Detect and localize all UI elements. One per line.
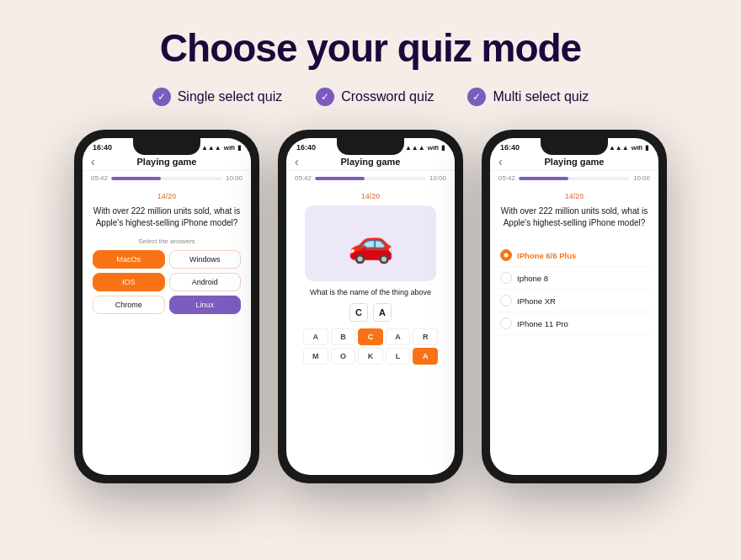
phone1-inner: 16:40 ▲▲▲ wifi ▮ ‹ Playing game 05:42 10… xyxy=(83,138,251,475)
radio-item-1[interactable]: Iphone 8 xyxy=(497,267,652,290)
phone3-status-icons: ▲▲▲ wifi ▮ xyxy=(609,144,648,152)
phone3-progress-area: 05:42 10:00 xyxy=(490,171,658,185)
phone3-notch xyxy=(541,138,608,155)
phone2-progress-left: 05:42 xyxy=(295,174,312,182)
letter-a2[interactable]: A xyxy=(386,328,411,345)
phone1-progress-area: 05:42 10:00 xyxy=(83,171,251,185)
phone1-progress-track xyxy=(111,177,222,180)
radio-item-0[interactable]: IPhone 6/6 Plus xyxy=(497,244,652,267)
crossword-image-area: 🚗 xyxy=(305,205,436,281)
wifi-icon: wifi xyxy=(224,144,235,152)
phone1-time: 16:40 xyxy=(93,143,112,152)
crossword-question: What is the name of the thing above xyxy=(296,288,445,296)
feature-single-label: Single select quiz xyxy=(178,89,283,104)
signal-icon3: ▲▲▲ xyxy=(609,144,629,152)
phone2-inner: 16:40 ▲▲▲ wifi ▮ ‹ Playing game 05:42 10… xyxy=(286,138,455,475)
phone3-question-number: 14/20 xyxy=(500,192,648,200)
letter-c1[interactable]: C xyxy=(358,328,383,345)
phone1-answers-label: Select the answers xyxy=(93,237,241,245)
feature-multi-label: Multi select quiz xyxy=(493,89,589,104)
radio-item-2[interactable]: IPhone XR xyxy=(497,290,652,312)
radio-circle-3[interactable] xyxy=(500,317,512,329)
wifi-icon3: wifi xyxy=(632,144,642,152)
radio-label-0: IPhone 6/6 Plus xyxy=(517,251,576,260)
phone1-question-number: 14/20 xyxy=(93,192,241,200)
letter-l1[interactable]: L xyxy=(386,348,411,365)
letter-grid: A B C A R M O K L A xyxy=(296,328,445,365)
crossword-blanks: C A xyxy=(296,303,445,322)
phone3-radio-list: IPhone 6/6 Plus Iphone 8 IPhone XR IPhon… xyxy=(490,244,658,335)
phone1-answers-grid: MacOs Windows IOS Android Chrome Linux xyxy=(93,250,241,314)
phone3-nav: ‹ Playing game xyxy=(490,153,658,171)
letter-a1[interactable]: A xyxy=(303,328,328,345)
battery-icon2: ▮ xyxy=(441,144,445,152)
answer-linux[interactable]: Linux xyxy=(169,296,242,314)
blank-cell-c[interactable]: C xyxy=(349,303,368,322)
page-title: Choose your quiz mode xyxy=(160,25,581,71)
phone1-back-icon[interactable]: ‹ xyxy=(91,155,95,168)
phone2-quiz-content: 14/20 🚗 What is the name of the thing ab… xyxy=(286,185,455,371)
feature-single: ✓ Single select quiz xyxy=(152,88,283,106)
check-icon-single: ✓ xyxy=(152,88,171,106)
signal-icon: ▲▲▲ xyxy=(201,144,221,152)
answer-windows[interactable]: Windows xyxy=(169,250,242,269)
phone1-notch xyxy=(133,138,200,155)
phone-multi-select: 16:40 ▲▲▲ wifi ▮ ‹ Playing game 05:42 10… xyxy=(482,130,667,483)
battery-icon: ▮ xyxy=(237,144,241,152)
phone3-inner: 16:40 ▲▲▲ wifi ▮ ‹ Playing game 05:42 10… xyxy=(490,138,658,475)
phone1-nav: ‹ Playing game xyxy=(83,153,251,171)
phones-container: 16:40 ▲▲▲ wifi ▮ ‹ Playing game 05:42 10… xyxy=(74,130,667,483)
phone2-nav: ‹ Playing game xyxy=(286,153,455,171)
letter-o1[interactable]: O xyxy=(331,348,356,365)
letter-k1[interactable]: K xyxy=(358,348,383,365)
phone2-nav-title: Playing game xyxy=(341,157,401,167)
phone1-quiz-content: 14/20 With over 222 million units sold, … xyxy=(83,185,251,321)
answer-macos[interactable]: MacOs xyxy=(93,250,165,269)
radio-label-2: IPhone XR xyxy=(517,296,556,306)
answer-ios[interactable]: IOS xyxy=(93,273,165,291)
phone2-progress-right: 10:00 xyxy=(429,174,446,182)
phone-crossword: 16:40 ▲▲▲ wifi ▮ ‹ Playing game 05:42 10… xyxy=(278,130,463,483)
phone-single-select: 16:40 ▲▲▲ wifi ▮ ‹ Playing game 05:42 10… xyxy=(74,130,259,483)
phone3-time: 16:40 xyxy=(500,143,520,152)
radio-circle-1[interactable] xyxy=(500,272,512,284)
phone2-back-icon[interactable]: ‹ xyxy=(295,155,299,168)
phone1-progress-fill xyxy=(111,177,161,180)
phone2-progress-track xyxy=(315,177,426,180)
check-icon-multi: ✓ xyxy=(467,88,486,106)
signal-icon2: ▲▲▲ xyxy=(405,144,425,152)
answer-chrome[interactable]: Chrome xyxy=(93,296,165,314)
phone2-progress-area: 05:42 10:00 xyxy=(286,171,455,185)
phone1-status-icons: ▲▲▲ wifi ▮ xyxy=(201,144,241,152)
phone1-nav-title: Playing game xyxy=(137,157,197,167)
phone2-time: 16:40 xyxy=(296,143,316,152)
letter-b1[interactable]: B xyxy=(331,328,356,345)
check-icon-crossword: ✓ xyxy=(316,88,334,106)
phone3-quiz-content: 14/20 With over 222 million units sold, … xyxy=(490,185,658,244)
radio-circle-0[interactable] xyxy=(500,249,512,261)
phone3-back-icon[interactable]: ‹ xyxy=(498,155,503,168)
features-row: ✓ Single select quiz ✓ Crossword quiz ✓ … xyxy=(152,88,589,106)
phone2-status-icons: ▲▲▲ wifi ▮ xyxy=(405,144,445,152)
phone2-notch xyxy=(337,138,404,155)
phone3-progress-right: 10:00 xyxy=(633,174,650,182)
letter-a3[interactable]: A xyxy=(413,348,438,365)
phone2-progress-fill xyxy=(315,177,365,180)
phone1-progress-left: 05:42 xyxy=(91,174,108,182)
phone3-progress-track xyxy=(519,177,630,180)
wifi-icon2: wifi xyxy=(428,144,439,152)
feature-multi: ✓ Multi select quiz xyxy=(467,88,589,106)
car-icon: 🚗 xyxy=(348,221,394,265)
radio-circle-2[interactable] xyxy=(500,295,512,307)
radio-label-1: Iphone 8 xyxy=(517,274,548,283)
radio-item-3[interactable]: IPhone 11 Pro xyxy=(497,312,652,335)
letter-m1[interactable]: M xyxy=(303,348,328,365)
phone1-progress-right: 10:00 xyxy=(226,174,243,182)
blank-cell-a[interactable]: A xyxy=(373,303,392,322)
phone3-nav-title: Playing game xyxy=(545,157,605,167)
answer-android[interactable]: Android xyxy=(169,273,242,291)
feature-crossword-label: Crossword quiz xyxy=(341,89,434,104)
letter-r1[interactable]: R xyxy=(413,328,438,345)
phone3-progress-left: 05:42 xyxy=(498,174,515,182)
phone1-question-text: With over 222 million units sold, what i… xyxy=(93,205,241,229)
